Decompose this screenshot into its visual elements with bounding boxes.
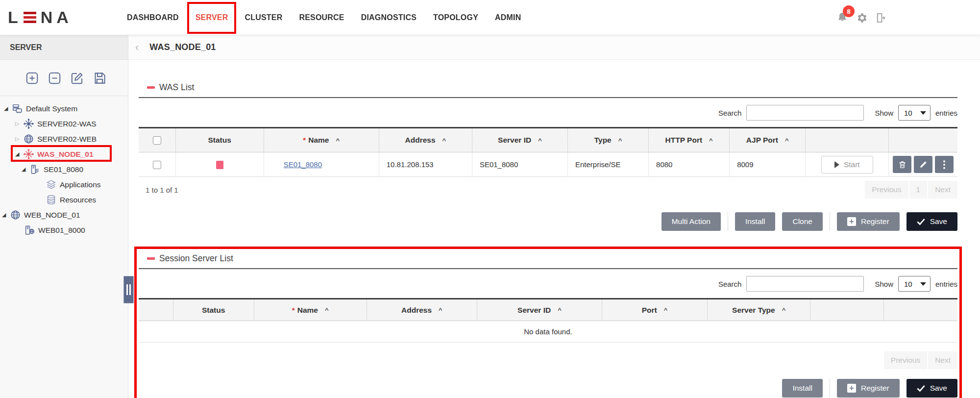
nav-item-server[interactable]: SERVER — [187, 0, 237, 35]
button-separator — [830, 212, 830, 231]
register-button[interactable]: + Register — [837, 212, 900, 231]
tree-save-button[interactable] — [93, 72, 106, 87]
session-search-input[interactable] — [746, 276, 864, 292]
col-header-server-id[interactable]: Server ID^ — [477, 299, 602, 321]
install-button[interactable]: Install — [735, 212, 776, 231]
tree-collapsed-arrow-icon[interactable]: ▷ — [15, 136, 22, 142]
session-select-header — [139, 299, 173, 321]
nav-item-diagnostics[interactable]: DIAGNOSTICS — [353, 0, 425, 35]
was-page-size-select[interactable]: 10 — [898, 105, 931, 121]
tree-expanded-arrow-icon[interactable]: ◢ — [2, 212, 9, 218]
tree-add-button[interactable] — [25, 72, 39, 87]
save-button[interactable]: Save — [906, 212, 957, 231]
pencil-icon — [919, 161, 927, 169]
tree-item-web-node-01[interactable]: ◢ WEB_NODE_01 — [0, 207, 128, 223]
col-header-server-type[interactable]: Server Type^ — [708, 299, 810, 321]
nav-item-resource[interactable]: RESOURCE — [291, 0, 352, 35]
sort-caret-icon[interactable]: ^ — [439, 306, 442, 314]
sidebar-collapse-handle[interactable] — [123, 276, 134, 303]
server-tree: ◢ Default System ▷ SERVER02-WAS ▷ SERVER… — [0, 96, 128, 238]
settings-gear-icon[interactable] — [855, 11, 868, 24]
sort-caret-icon[interactable]: ^ — [664, 306, 668, 314]
delete-button[interactable] — [893, 156, 911, 173]
sort-caret-icon[interactable]: ^ — [442, 137, 446, 144]
sort-caret-icon[interactable]: ^ — [558, 306, 562, 314]
next-page-button[interactable]: Next — [928, 181, 957, 199]
col-header-name[interactable]: *Name^ — [254, 299, 367, 321]
lena-logo: L N A — [8, 8, 70, 27]
nav-item-cluster[interactable]: CLUSTER — [236, 0, 291, 35]
previous-page-button[interactable]: Previous — [884, 351, 927, 369]
session-install-button[interactable]: Install — [782, 379, 823, 398]
clone-button[interactable]: Clone — [782, 212, 823, 231]
col-header-name[interactable]: *Name^ — [264, 128, 379, 152]
sort-caret-icon[interactable]: ^ — [538, 137, 542, 144]
tree-collapsed-arrow-icon[interactable]: ▷ — [15, 121, 22, 127]
row-checkbox[interactable] — [153, 161, 161, 169]
tree-expanded-arrow-icon[interactable]: ◢ — [15, 151, 22, 157]
page-number-button[interactable]: 1 — [909, 181, 928, 199]
was-list-title: WAS List — [159, 82, 194, 93]
tree-item-default-system[interactable]: ◢ Default System — [0, 101, 128, 116]
search-label: Search — [718, 280, 742, 288]
sort-caret-icon[interactable]: ^ — [325, 306, 329, 314]
notification-bell-icon[interactable]: 8 — [836, 11, 849, 24]
col-header-ajp-port[interactable]: AJP Port^ — [730, 128, 806, 152]
next-page-button[interactable]: Next — [928, 351, 957, 369]
plus-icon: + — [847, 384, 856, 393]
tree-item-was-node-01[interactable]: ◢ WAS_NODE_01 — [0, 147, 128, 162]
sort-caret-icon[interactable]: ^ — [785, 137, 789, 144]
session-page-size-select[interactable]: 10 — [898, 276, 931, 292]
col-header-server-id[interactable]: Server ID^ — [472, 128, 567, 152]
select-all-checkbox[interactable] — [153, 136, 161, 145]
session-pagination: Previous Next — [883, 351, 957, 369]
sort-caret-icon[interactable]: ^ — [336, 137, 340, 144]
col-header-empty — [884, 299, 957, 321]
col-header-address[interactable]: Address^ — [379, 128, 472, 152]
check-icon — [917, 218, 925, 225]
tree-item-web01-8000[interactable]: WEB01_8000 — [0, 223, 128, 238]
notification-badge: 8 — [843, 5, 855, 17]
page-title: WAS_NODE_01 — [149, 42, 216, 52]
tree-item-applications[interactable]: Applications — [0, 177, 128, 192]
col-header-http-port[interactable]: HTTP Port^ — [649, 128, 730, 152]
status-indicator — [216, 161, 223, 169]
tree-remove-button[interactable] — [48, 72, 61, 87]
ajp-port-cell: 8009 — [730, 152, 806, 177]
logout-door-icon[interactable] — [874, 11, 887, 24]
edit-button[interactable] — [914, 156, 932, 173]
start-button[interactable]: Start — [821, 156, 873, 174]
nav-item-topology[interactable]: TOPOLOGY — [425, 0, 487, 35]
result-summary: 1 to 1 of 1 — [139, 186, 178, 194]
sort-caret-icon[interactable]: ^ — [709, 137, 713, 144]
session-register-button[interactable]: + Register — [837, 379, 900, 398]
web-server-instance-icon — [24, 225, 35, 235]
col-header-address[interactable]: Address^ — [367, 299, 477, 321]
collapse-panel-chevron-icon[interactable]: ‹ — [135, 41, 139, 54]
nav-item-dashboard[interactable]: DASHBOARD — [119, 0, 187, 35]
session-save-button[interactable]: Save — [906, 379, 957, 398]
sort-caret-icon[interactable]: ^ — [618, 137, 622, 144]
multi-action-button[interactable]: Multi Action — [662, 212, 721, 231]
col-header-type[interactable]: Type^ — [567, 128, 648, 152]
tree-item-server02-was[interactable]: ▷ SERVER02-WAS — [0, 116, 128, 131]
nav-item-admin[interactable]: ADMIN — [487, 0, 529, 35]
system-icon — [12, 103, 23, 114]
tree-expanded-arrow-icon[interactable]: ◢ — [22, 166, 28, 173]
was-name-link[interactable]: SE01_8080 — [284, 160, 322, 169]
was-search-input[interactable] — [746, 105, 864, 121]
previous-page-button[interactable]: Previous — [865, 181, 908, 199]
session-server-list-section: Session Server List Search Show 10 entri… — [139, 253, 957, 398]
tree-item-resources[interactable]: Resources — [0, 192, 128, 207]
sidebar-title: SERVER — [0, 35, 128, 60]
more-actions-button[interactable] — [935, 156, 954, 173]
tree-item-server02-web[interactable]: ▷ SERVER02-WEB — [0, 131, 128, 147]
sort-caret-icon[interactable]: ^ — [782, 306, 786, 314]
col-header-port[interactable]: Port^ — [602, 299, 708, 321]
tree-expanded-arrow-icon[interactable]: ◢ — [4, 105, 11, 112]
tree-item-se01-8080[interactable]: ◢ SE01_8080 — [0, 162, 128, 177]
kebab-menu-icon — [943, 160, 946, 170]
search-label: Search — [718, 109, 742, 117]
chevron-down-icon — [920, 282, 926, 286]
tree-edit-button[interactable] — [71, 72, 84, 87]
